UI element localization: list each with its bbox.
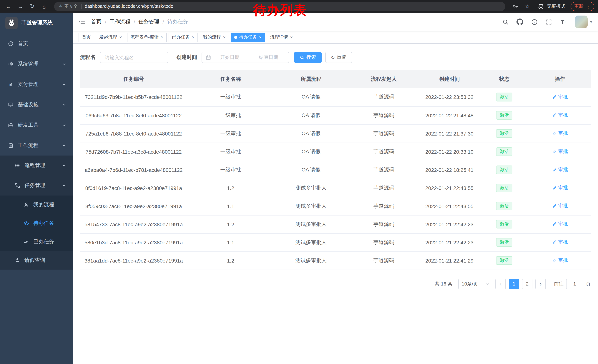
edit-icon <box>552 258 557 263</box>
avatar[interactable] <box>575 16 588 28</box>
task-id-cell: a6aba0a4-7b6d-11ec-b781-acde48001122 <box>80 161 187 179</box>
tab-start-process[interactable]: 发起流程 × <box>96 32 125 42</box>
font-size-icon[interactable]: TT <box>559 18 567 26</box>
starter-cell: 芋道源码 <box>348 106 420 124</box>
sidebar-item-task-management[interactable]: 任务管理 <box>0 176 73 195</box>
goto-page-input[interactable] <box>566 279 583 289</box>
sidebar-item-home[interactable]: 首页 <box>0 33 73 54</box>
refresh-icon: ↻ <box>331 55 335 60</box>
page-unit-label: 页 <box>586 281 590 287</box>
page-size-select[interactable]: 10条/页 <box>458 279 492 289</box>
table-row: 58154733-7ac8-11ec-a9e2-a2380e71991a 1.2… <box>80 215 590 233</box>
bookmark-star-icon[interactable]: ☆ <box>523 1 532 11</box>
edit-icon <box>552 113 557 118</box>
approve-link[interactable]: 审批 <box>552 221 568 227</box>
close-icon[interactable]: × <box>192 35 194 40</box>
sidebar-item-my-process[interactable]: 我的流程 <box>0 195 73 214</box>
approve-link[interactable]: 审批 <box>552 257 568 264</box>
action-cell: 审批 <box>529 88 590 106</box>
col-create-time: 创建时间 <box>420 70 479 88</box>
incognito-icon <box>537 4 545 9</box>
table-row: 8f0d1619-7ac8-11ec-a9e2-a2380e71991a 1.2… <box>80 179 590 197</box>
user-menu[interactable]: ▾ <box>575 16 592 28</box>
tab-todo-tasks[interactable]: 待办任务 × <box>231 32 265 42</box>
tags-view-bar: 首页 发起流程 × 流程表单-编辑 × 已办任务 × 我的流程 × <box>73 31 598 44</box>
table-row: 381aa1dd-7ac8-11ec-a9e2-a2380e71991a 1.2… <box>80 251 590 270</box>
page-button-1[interactable]: 1 <box>509 279 519 289</box>
status-cell: 激活 <box>479 106 529 124</box>
sidebar-item-workflow[interactable]: 工作流程 <box>0 135 73 155</box>
app-logo <box>5 17 18 29</box>
help-icon[interactable]: ? <box>530 18 539 26</box>
sidebar-item-leave-query[interactable]: 请假查询 <box>0 251 73 270</box>
github-icon[interactable] <box>516 18 524 26</box>
create-time-label: 创建时间 <box>176 54 197 61</box>
back-icon[interactable]: ← <box>4 1 13 11</box>
sidebar-item-done-tasks[interactable]: 已办任务 <box>0 233 73 251</box>
todo-task-table: 任务编号 任务名称 所属流程 流程发起人 创建时间 状态 操作 73211d9d… <box>80 70 590 270</box>
process-name-input[interactable] <box>100 52 168 63</box>
sidebar-item-infrastructure[interactable]: 基础设施 <box>0 94 73 115</box>
page-button-2[interactable]: 2 <box>522 279 532 289</box>
breadcrumb-workflow[interactable]: 工作流程 <box>110 18 130 25</box>
gear-icon <box>8 61 14 67</box>
table-row: 75d72608-7b7f-11ec-a3c8-acde48001122 一级审… <box>80 143 590 161</box>
tab-my-process[interactable]: 我的流程 × <box>200 32 229 42</box>
sidebar-item-system[interactable]: 系统管理 <box>0 54 73 74</box>
close-icon[interactable]: × <box>161 35 163 40</box>
status-cell: 激活 <box>479 197 529 215</box>
reset-button[interactable]: ↻ 重置 <box>325 52 352 63</box>
breadcrumb-home[interactable]: 首页 <box>91 18 101 25</box>
tab-process-form-edit[interactable]: 流程表单-编辑 × <box>127 32 167 42</box>
update-button[interactable]: 更新 ⋮ <box>571 2 594 11</box>
close-icon[interactable]: × <box>259 35 262 40</box>
action-cell: 审批 <box>529 233 590 251</box>
edit-icon <box>552 240 557 245</box>
close-icon[interactable]: × <box>290 35 293 40</box>
approve-link[interactable]: 审批 <box>552 239 568 246</box>
sidebar-item-devtools[interactable]: 研发工具 <box>0 115 73 135</box>
task-id-cell: 725a1eb6-7b88-11ec-8ef0-acde48001122 <box>80 124 187 143</box>
sidebar-collapse-icon[interactable] <box>79 18 85 25</box>
date-range-picker[interactable]: 开始日期 - 结束日期 <box>201 52 289 63</box>
approve-link[interactable]: 审批 <box>552 94 568 100</box>
sidebar-item-todo-tasks[interactable]: 待办任务 <box>0 214 73 233</box>
prev-page-button[interactable]: ‹ <box>495 279 506 289</box>
approve-link[interactable]: 审批 <box>552 130 568 137</box>
key-icon[interactable] <box>511 1 520 11</box>
approve-link[interactable]: 审批 <box>552 166 568 173</box>
tab-home[interactable]: 首页 <box>79 32 94 42</box>
approve-link[interactable]: 审批 <box>552 203 568 209</box>
monitor-icon <box>8 102 14 108</box>
action-cell: 审批 <box>529 179 590 197</box>
approve-link[interactable]: 审批 <box>552 112 568 119</box>
edit-icon <box>552 222 557 226</box>
home-icon[interactable]: ⌂ <box>39 1 49 11</box>
sidebar-item-payment[interactable]: ¥ 支付管理 <box>0 74 73 94</box>
table-row: 73211d9d-7b9b-11ec-b5b7-acde48001122 一级审… <box>80 88 590 106</box>
reload-icon[interactable]: ↻ <box>27 1 37 11</box>
dashboard-icon <box>8 40 14 47</box>
action-cell: 审批 <box>529 197 590 215</box>
breadcrumb-task-management[interactable]: 任务管理 <box>139 18 159 25</box>
edit-icon <box>552 186 557 190</box>
search-icon[interactable] <box>501 18 510 26</box>
app-logo-row[interactable]: 芋道管理系统 <box>0 13 73 33</box>
search-button[interactable]: 搜索 <box>294 52 322 63</box>
action-cell: 审批 <box>529 251 590 270</box>
task-name-cell: 一级审批 <box>187 161 274 179</box>
process-cell: OA 请假 <box>274 161 348 179</box>
top-navbar: 首页 / 工作流程 / 任务管理 / 待办任务 <box>73 13 598 31</box>
close-icon[interactable]: × <box>223 35 226 40</box>
approve-link[interactable]: 审批 <box>552 148 568 155</box>
approve-link[interactable]: 审批 <box>552 185 568 191</box>
next-page-button[interactable]: › <box>535 279 546 289</box>
browser-menu-icon[interactable]: ⋮ <box>586 4 590 9</box>
forward-icon[interactable]: → <box>16 1 25 11</box>
sidebar-item-process-management[interactable]: 流程管理 <box>0 155 73 176</box>
tab-done-tasks[interactable]: 已办任务 × <box>169 32 198 42</box>
close-icon[interactable]: × <box>119 35 122 40</box>
tab-process-detail[interactable]: 流程详情 × <box>267 32 296 42</box>
status-cell: 激活 <box>479 124 529 143</box>
fullscreen-icon[interactable] <box>545 18 553 26</box>
